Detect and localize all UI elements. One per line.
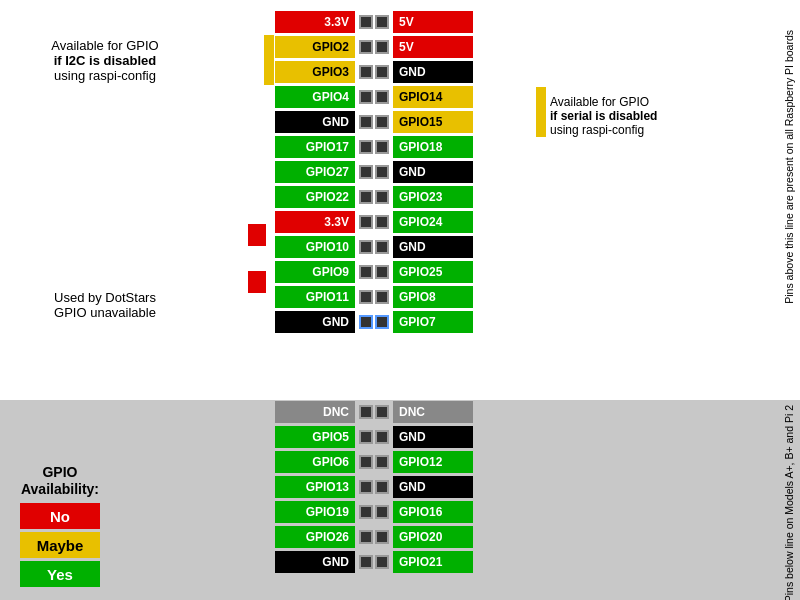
legend-no: No [20, 503, 100, 529]
legend-maybe: Maybe [20, 532, 100, 558]
pin-left-1: 3.3V [275, 11, 355, 33]
pin-left-18: GPIO19 [275, 501, 355, 523]
pin-connector-right-8 [375, 190, 389, 204]
pin-right-5: GPIO15 [393, 111, 473, 133]
right-vertical-top: Pins above this line are present on all … [769, 20, 795, 390]
pin-connector-right-11 [375, 265, 389, 279]
pin-right-1: 5V [393, 11, 473, 33]
pin-right-16: GPIO12 [393, 451, 473, 473]
legend-title: GPIOAvailability: [20, 464, 100, 498]
gpio10-marker [248, 224, 266, 246]
pin-connector-right-7 [375, 165, 389, 179]
pin-row-6: GPIO17 GPIO18 [275, 135, 473, 159]
connector-pair-18 [358, 505, 390, 519]
pin-row-15: GPIO5 GND [275, 425, 473, 449]
pin-right-18: GPIO16 [393, 501, 473, 523]
main-container: Available for GPIO if I2C is disabled us… [0, 0, 800, 600]
pin-connector-left-9 [359, 215, 373, 229]
pin-connector-left-6 [359, 140, 373, 154]
connector-pair-16 [358, 455, 390, 469]
pin-connector-right-5 [375, 115, 389, 129]
pin-connector-right-3 [375, 65, 389, 79]
pin-connector-left-2 [359, 40, 373, 54]
pin-row-11: GPIO9 GPIO25 [275, 260, 473, 284]
pin-right-13: GPIO7 [393, 311, 473, 333]
pin-connector-left-17 [359, 480, 373, 494]
pin-right-6: GPIO18 [393, 136, 473, 158]
pin-row-13: GND GPIO7 [275, 310, 473, 334]
pin-row-18: GPIO19 GPIO16 [275, 500, 473, 524]
bottom-section-label: Pins below line on Models A+, B+ and Pi … [783, 405, 795, 600]
pin-left-12: GPIO11 [275, 286, 355, 308]
pin-connector-right-15 [375, 430, 389, 444]
pin-connector-right-16 [375, 455, 389, 469]
pin-connector-left-14 [359, 405, 373, 419]
pin-connector-right-13 [375, 315, 389, 329]
pin-connector-left-15 [359, 430, 373, 444]
legend: GPIOAvailability: No Maybe Yes [20, 464, 100, 590]
pin-connector-left-12 [359, 290, 373, 304]
pin-left-9: 3.3V [275, 211, 355, 233]
connector-pair-7 [358, 165, 390, 179]
pin-left-7: GPIO27 [275, 161, 355, 183]
pin-row-5: GND GPIO15 [275, 110, 473, 134]
pin-row-2: GPIO2 5V [275, 35, 473, 59]
pin-table-bottom: DNC DNC GPIO5 GND GPIO6 [275, 400, 473, 575]
connector-pair-15 [358, 430, 390, 444]
pin-left-8: GPIO22 [275, 186, 355, 208]
connector-pair-20 [358, 555, 390, 569]
pin-left-16: GPIO6 [275, 451, 355, 473]
pin-connector-right-20 [375, 555, 389, 569]
pin-left-6: GPIO17 [275, 136, 355, 158]
pin-connector-left-11 [359, 265, 373, 279]
pin-connector-left-4 [359, 90, 373, 104]
pin-connector-left-19 [359, 530, 373, 544]
right-vertical-bottom: Pins below line on Models A+, B+ and Pi … [769, 400, 795, 600]
connector-pair-11 [358, 265, 390, 279]
pin-connector-right-14 [375, 405, 389, 419]
dotstars-annotation: Used by DotStars GPIO unavailable [20, 290, 190, 320]
pin-right-15: GND [393, 426, 473, 448]
pin-left-14: DNC [275, 401, 355, 423]
serial-bracket [536, 87, 546, 137]
pin-row-20: GND GPIO21 [275, 550, 473, 574]
connector-pair-2 [358, 40, 390, 54]
connector-pair-10 [358, 240, 390, 254]
pin-left-19: GPIO26 [275, 526, 355, 548]
pin-left-4: GPIO4 [275, 86, 355, 108]
serial-annotation: Available for GPIO if serial is disabled… [550, 95, 740, 137]
connector-pair-8 [358, 190, 390, 204]
connector-pair-13 [358, 315, 390, 329]
pin-connector-left-13 [359, 315, 373, 329]
pin-row-9: 3.3V GPIO24 [275, 210, 473, 234]
pin-connector-right-10 [375, 240, 389, 254]
legend-yes: Yes [20, 561, 100, 587]
connector-pair-17 [358, 480, 390, 494]
bottom-section: DNC DNC GPIO5 GND GPIO6 [0, 400, 800, 600]
connector-pair-1 [358, 15, 390, 29]
pin-left-5: GND [275, 111, 355, 133]
pin-right-17: GND [393, 476, 473, 498]
pin-connector-right-1 [375, 15, 389, 29]
pin-right-20: GPIO21 [393, 551, 473, 573]
pin-row-10: GPIO10 GND [275, 235, 473, 259]
connector-pair-4 [358, 90, 390, 104]
pin-connector-left-16 [359, 455, 373, 469]
pin-right-2: 5V [393, 36, 473, 58]
pin-connector-right-17 [375, 480, 389, 494]
pin-left-15: GPIO5 [275, 426, 355, 448]
connector-pair-12 [358, 290, 390, 304]
pin-right-7: GND [393, 161, 473, 183]
pin-right-14: DNC [393, 401, 473, 423]
i2c-annotation: Available for GPIO if I2C is disabled us… [20, 38, 190, 83]
connector-pair-9 [358, 215, 390, 229]
pin-left-10: GPIO10 [275, 236, 355, 258]
pin-right-3: GND [393, 61, 473, 83]
connector-pair-5 [358, 115, 390, 129]
top-section: Available for GPIO if I2C is disabled us… [0, 0, 800, 400]
pin-connector-left-5 [359, 115, 373, 129]
pin-left-3: GPIO3 [275, 61, 355, 83]
pin-row-14: DNC DNC [275, 400, 473, 424]
pin-connector-right-4 [375, 90, 389, 104]
pin-left-17: GPIO13 [275, 476, 355, 498]
